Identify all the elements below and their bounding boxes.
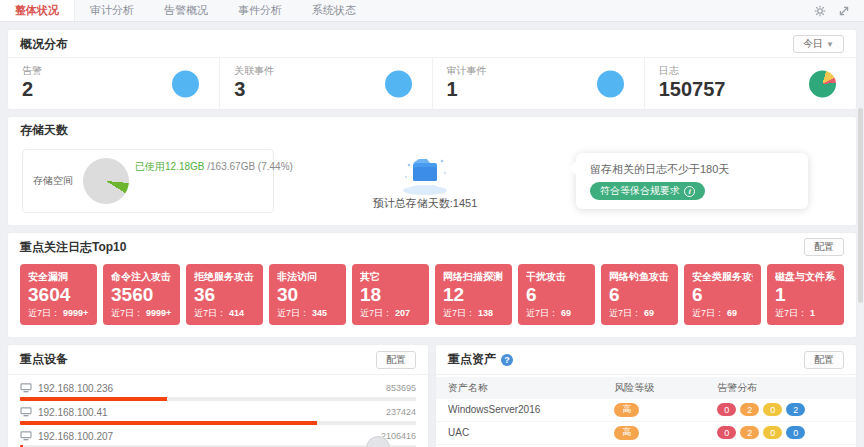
alert-circle-icon (172, 70, 199, 97)
log-card[interactable]: 其它 18 近7日：207 (352, 264, 429, 325)
log-card[interactable]: 网络扫描探测 12 近7日：138 (435, 264, 512, 325)
event-circle-icon (385, 70, 412, 97)
scrollbar-thumb[interactable] (858, 108, 863, 303)
compliance-badge-button[interactable]: 符合等保合规要求 i (590, 182, 705, 200)
asset-row[interactable]: WindowsServer2016 高 0202 (436, 399, 856, 422)
device-icon (20, 383, 32, 393)
audit-circle-icon (597, 70, 624, 97)
stat-correlated-events[interactable]: 关联事件 3 (220, 58, 432, 109)
log-card[interactable]: 磁盘与文件系... 1 近7日：1 (767, 264, 844, 325)
stat-audit-events[interactable]: 审计事件 1 (433, 58, 645, 109)
key-devices-panel: 重点设备 配置 192.168.100.236 853695 192.168.1… (8, 345, 428, 447)
top-logs-config-button[interactable]: 配置 (804, 238, 844, 256)
overview-panel: 概况分布 今日▼ 告警 2 关联事件 3 审计事件 1 日志 150757 (8, 30, 856, 109)
storage-days-illustration: 预计总存储天数:1451 (274, 151, 576, 211)
assets-title: 重点资产 (448, 351, 496, 368)
tab-audit-analysis[interactable]: 审计分析 (75, 0, 149, 21)
log-cards-row: 安全漏洞 3604 近7日：9999+ 命令注入攻击 3560 近7日：9999… (8, 260, 856, 337)
storage-panel: 存储天数 存储空间 已使用12.18GB /163.67GB (7.44%) (8, 117, 856, 225)
devices-config-button[interactable]: 配置 (376, 351, 416, 369)
chevron-down-icon: ▼ (826, 40, 834, 49)
dashboard-page: 整体状况 审计分析 告警概况 事件分析 系统状态 概况 (0, 0, 864, 447)
stat-logs[interactable]: 日志 150757 (645, 58, 856, 109)
folder-shadow (403, 186, 447, 195)
alert-distribution: 0200 (717, 426, 844, 439)
assets-config-button[interactable]: 配置 (804, 351, 844, 369)
device-row[interactable]: 192.168.100.41 237424 (20, 401, 416, 425)
tab-overall-status[interactable]: 整体状况 (0, 0, 75, 21)
log-card[interactable]: 安全漏洞 3604 近7日：9999+ (20, 264, 97, 325)
retention-notice-text: 留存相关的日志不少于180天 (590, 162, 794, 177)
date-range-dropdown[interactable]: 今日▼ (793, 35, 844, 53)
assets-table-header: 资产名称 风险等级 告警分布 (436, 377, 856, 399)
device-row[interactable]: 192.168.100.207 2106416 (20, 425, 416, 447)
storage-usage-text: 已使用12.18GB /163.67GB (7.44%) (135, 160, 293, 174)
devices-title: 重点设备 (20, 351, 68, 368)
fullscreen-expand-icon[interactable] (838, 5, 850, 17)
device-icon (20, 431, 32, 441)
top-logs-title: 重点关注日志Top10 (20, 239, 126, 256)
top-tab-bar: 整体状况 审计分析 告警概况 事件分析 系统状态 (0, 0, 864, 22)
storage-title: 存储天数 (20, 122, 68, 139)
log-card[interactable]: 网络钓鱼攻击 6 近7日：69 (601, 264, 678, 325)
log-card[interactable]: 拒绝服务攻击 36 近7日：414 (186, 264, 263, 325)
log-card[interactable]: 命令注入攻击 3560 近7日：9999+ (103, 264, 180, 325)
device-row[interactable]: 192.168.100.236 853695 (20, 377, 416, 401)
risk-badge: 高 (614, 426, 639, 440)
log-card[interactable]: 干扰攻击 6 近7日：69 (518, 264, 595, 325)
log-card[interactable]: 非法访问 30 近7日：345 (269, 264, 346, 325)
storage-space-card: 存储空间 已使用12.18GB /163.67GB (7.44%) (22, 149, 274, 213)
top-logs-panel: 重点关注日志Top10 配置 安全漏洞 3604 近7日：9999+ 命令注入攻… (8, 233, 856, 337)
stats-row: 告警 2 关联事件 3 审计事件 1 日志 150757 (8, 57, 856, 109)
estimated-storage-days: 预计总存储天数:1451 (373, 196, 478, 211)
storage-usage-pie (83, 158, 129, 204)
overview-title: 概况分布 (20, 36, 68, 53)
device-icon (20, 407, 32, 417)
key-assets-panel: 重点资产 ? 配置 资产名称 风险等级 告警分布 WindowsServer20… (436, 345, 856, 447)
alert-distribution: 0202 (717, 403, 844, 416)
tab-alert-overview[interactable]: 告警概况 (149, 0, 223, 21)
storage-space-label: 存储空间 (33, 174, 73, 188)
tab-event-analysis[interactable]: 事件分析 (223, 0, 297, 21)
gear-icon[interactable] (814, 5, 826, 17)
storage-used-text: 已使用12.18GB (135, 161, 204, 172)
asset-row[interactable]: UAC 高 0200 (436, 422, 856, 445)
log-pie-chart-icon (809, 70, 836, 97)
help-icon[interactable]: ? (501, 354, 513, 366)
tab-system-status[interactable]: 系统状态 (297, 0, 371, 21)
log-card[interactable]: 安全类服务攻击 6 近7日：69 (684, 264, 761, 325)
stat-alerts[interactable]: 告警 2 (8, 58, 220, 109)
info-icon: i (684, 186, 695, 197)
risk-badge: 高 (614, 403, 639, 417)
retention-notice-card: 留存相关的日志不少于180天 符合等保合规要求 i (576, 153, 808, 209)
